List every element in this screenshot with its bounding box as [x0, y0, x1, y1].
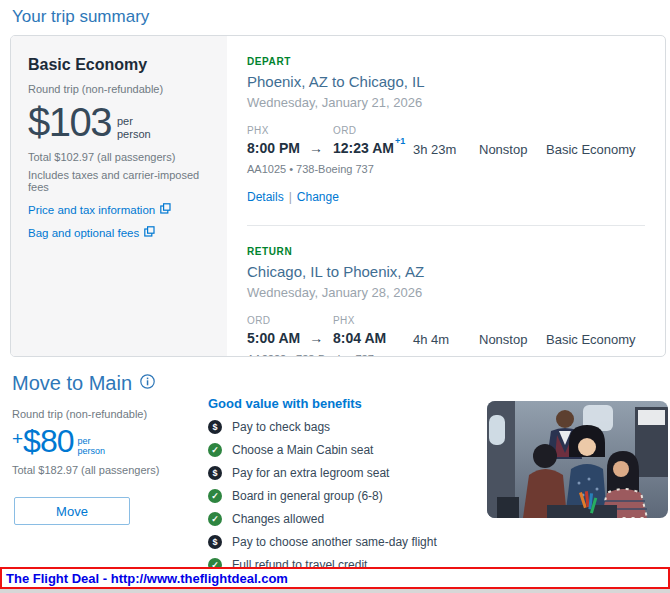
- fare-name: Basic Economy: [28, 56, 210, 74]
- price-tax-info-link[interactable]: Price and tax information: [28, 203, 210, 216]
- next-day-badge: +1: [395, 136, 405, 156]
- depart-arrival-time: 12:23 AM: [333, 140, 394, 156]
- info-icon[interactable]: [140, 374, 155, 393]
- flight-deal-link[interactable]: The Flight Deal - http://www.theflightde…: [2, 571, 288, 586]
- return-arrival-time: 8:04 AM: [333, 330, 386, 346]
- depart-time-block: PHX ORD 8:00 PM → 12:23 AM +1: [247, 125, 413, 157]
- depart-slice: DEPART Phoenix, AZ to Chicago, IL Wednes…: [247, 36, 645, 204]
- benefits-title: Good value with benefits: [208, 396, 488, 411]
- external-window-icon: [144, 226, 155, 239]
- dollar-circle-icon: $: [208, 420, 222, 434]
- depart-flight-row: PHX ORD 8:00 PM → 12:23 AM +1: [247, 125, 645, 157]
- move-to-main-section: Move to Main Round trip (non-refundable)…: [12, 372, 658, 532]
- fare-price: $103 per person: [28, 102, 210, 142]
- depart-change-link[interactable]: Change: [297, 190, 339, 204]
- trip-summary-card: Basic Economy Round trip (non-refundable…: [10, 35, 666, 357]
- fare-trip-type: Round trip (non-refundable): [28, 83, 210, 95]
- benefit-label: Board in general group (6-8): [232, 489, 383, 503]
- depart-dest-code: ORD: [333, 125, 356, 136]
- benefit-item: $ Pay for an extra legroom seat: [208, 466, 488, 480]
- return-dest-code: PHX: [333, 315, 355, 326]
- return-cabin: Basic Economy: [546, 315, 636, 347]
- depart-flight-info: AA1025 • 738-Boeing 737: [247, 163, 645, 175]
- return-slice: RETURN Chicago, IL to Phoenix, AZ Wednes…: [247, 226, 645, 357]
- benefit-item: ✓ Board in general group (6-8): [208, 489, 488, 503]
- benefits-list: Good value with benefits $ Pay to check …: [208, 396, 488, 572]
- depart-route: Phoenix, AZ to Chicago, IL: [247, 73, 645, 90]
- move-button[interactable]: Move: [14, 497, 130, 525]
- benefit-label: Changes allowed: [232, 512, 324, 526]
- return-departure-time: 5:00 AM: [247, 330, 300, 346]
- return-duration: 4h 4m: [413, 315, 479, 347]
- benefit-item: $ Pay to choose another same-day flight: [208, 535, 488, 549]
- bag-optional-fees-label: Bag and optional fees: [28, 227, 139, 239]
- bottom-strip: [0, 589, 670, 593]
- move-price-prefix: +: [12, 428, 23, 450]
- dollar-circle-icon: $: [208, 535, 222, 549]
- arrow-right-icon: →: [309, 330, 323, 346]
- benefit-label: Choose a Main Cabin seat: [232, 443, 373, 457]
- return-label: RETURN: [247, 246, 645, 257]
- return-flight-row: ORD PHX 5:00 AM → 8:04 AM: [247, 315, 645, 347]
- return-time-block: ORD PHX 5:00 AM → 8:04 AM: [247, 315, 413, 347]
- depart-departure-time: 8:00 PM: [247, 140, 300, 156]
- fare-total: Total $102.97 (all passengers): [28, 151, 210, 163]
- link-separator: |: [289, 190, 292, 204]
- page-title: Your trip summary: [12, 7, 149, 27]
- fare-price-amount: $103: [28, 102, 111, 142]
- return-flight-info: AA2222 • 738-Boeing 737: [247, 353, 645, 357]
- benefit-item: ✓ Changes allowed: [208, 512, 488, 526]
- depart-origin-code: PHX: [247, 125, 333, 136]
- person-label: person: [117, 128, 151, 140]
- benefit-label: Pay to check bags: [232, 420, 330, 434]
- trip-summary-page: Your trip summary Basic Economy Round tr…: [0, 0, 670, 593]
- external-window-icon: [160, 203, 171, 216]
- per-label: per: [78, 436, 91, 446]
- depart-stops: Nonstop: [479, 125, 546, 157]
- price-tax-info-label: Price and tax information: [28, 204, 155, 216]
- arrow-right-icon: →: [309, 140, 323, 156]
- benefit-label: Pay to choose another same-day flight: [232, 535, 437, 549]
- return-origin-code: ORD: [247, 315, 333, 326]
- depart-cabin: Basic Economy: [546, 125, 636, 157]
- move-price-unit: per person: [78, 436, 106, 457]
- bag-optional-fees-link[interactable]: Bag and optional fees: [28, 226, 210, 239]
- return-date: Wednesday, January 28, 2026: [247, 285, 645, 300]
- check-circle-icon: ✓: [208, 443, 222, 457]
- per-label: per: [117, 115, 133, 127]
- benefit-label: Pay for an extra legroom seat: [232, 466, 389, 480]
- flight-slices: DEPART Phoenix, AZ to Chicago, IL Wednes…: [227, 36, 665, 356]
- person-label: person: [78, 446, 106, 456]
- move-price-amount: $80: [23, 425, 73, 457]
- benefit-item: $ Pay to check bags: [208, 420, 488, 434]
- flight-deal-banner: The Flight Deal - http://www.theflightde…: [0, 567, 670, 589]
- depart-duration: 3h 23m: [413, 125, 479, 157]
- benefit-item: ✓ Choose a Main Cabin seat: [208, 443, 488, 457]
- fare-taxes-note: Includes taxes and carrier-imposed fees: [28, 169, 210, 193]
- move-to-main-title: Move to Main: [12, 372, 132, 395]
- check-circle-icon: ✓: [208, 512, 222, 526]
- fare-panel: Basic Economy Round trip (non-refundable…: [11, 36, 227, 356]
- dollar-circle-icon: $: [208, 466, 222, 480]
- depart-details-link[interactable]: Details: [247, 190, 284, 204]
- check-circle-icon: ✓: [208, 489, 222, 503]
- depart-label: DEPART: [247, 56, 645, 67]
- depart-date: Wednesday, January 21, 2026: [247, 95, 645, 110]
- fare-price-unit: per person: [117, 115, 151, 140]
- return-route: Chicago, IL to Phoenix, AZ: [247, 263, 645, 280]
- return-stops: Nonstop: [479, 315, 546, 347]
- cabin-family-photo: [487, 401, 668, 518]
